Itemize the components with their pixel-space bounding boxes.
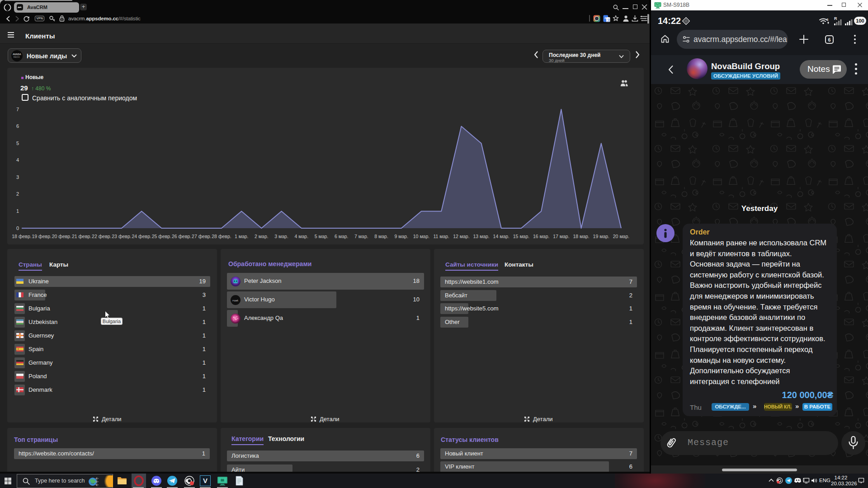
svg-text:20 мар.: 20 мар. <box>613 234 629 239</box>
svg-text:2: 2 <box>16 191 19 197</box>
svg-text:19 мар.: 19 мар. <box>593 234 609 239</box>
svg-text:4: 4 <box>16 157 19 163</box>
svg-text:21 февр.: 21 февр. <box>72 234 91 239</box>
svg-text:17 мар.: 17 мар. <box>553 234 569 239</box>
svg-text:13 мар.: 13 мар. <box>473 234 489 239</box>
svg-text:12 мар.: 12 мар. <box>453 234 469 239</box>
svg-text:20 февр.: 20 февр. <box>52 234 71 239</box>
svg-text:1: 1 <box>16 208 19 214</box>
svg-text:22 февр.: 22 февр. <box>92 234 111 239</box>
svg-text:rcat: rcat <box>232 299 238 302</box>
svg-text:28 февр.: 28 февр. <box>212 234 231 239</box>
svg-text:5 мар.: 5 мар. <box>315 234 329 239</box>
svg-text:3: 3 <box>16 174 19 180</box>
svg-text:16 мар.: 16 мар. <box>533 234 549 239</box>
svg-text:27 февр.: 27 февр. <box>192 234 211 239</box>
svg-text:25 февр.: 25 февр. <box>152 234 171 239</box>
svg-text:18 мар.: 18 мар. <box>573 234 589 239</box>
svg-text:4 мар.: 4 мар. <box>295 234 309 239</box>
svg-text:a: a <box>604 16 606 19</box>
svg-text:MEDIA: MEDIA <box>14 56 20 58</box>
svg-text:6 мар.: 6 мар. <box>335 234 349 239</box>
svg-text:10 мар.: 10 мар. <box>413 234 429 239</box>
svg-text:2 мар.: 2 мар. <box>255 234 269 239</box>
svg-text:1 мар.: 1 мар. <box>235 234 249 239</box>
svg-text:11 мар.: 11 мар. <box>433 234 449 239</box>
svg-text:AVADA: AVADA <box>13 53 21 56</box>
svg-text:0: 0 <box>16 225 19 231</box>
svg-text:14 мар.: 14 мар. <box>493 234 509 239</box>
svg-text:19 февр.: 19 февр. <box>32 234 51 239</box>
svg-text:18 февр.: 18 февр. <box>12 234 31 239</box>
svg-text:3 мар.: 3 мар. <box>274 234 288 239</box>
svg-text:7 мар.: 7 мар. <box>354 234 368 239</box>
svg-text:24 февр.: 24 февр. <box>132 234 151 239</box>
svg-text:7: 7 <box>16 107 19 112</box>
svg-text:15 мар.: 15 мар. <box>513 234 529 239</box>
svg-text:文: 文 <box>607 18 610 22</box>
svg-text:6: 6 <box>826 18 829 22</box>
svg-text:26 февр.: 26 февр. <box>172 234 191 239</box>
svg-text:23 февр.: 23 февр. <box>112 234 131 239</box>
svg-text:6: 6 <box>16 123 19 129</box>
svg-text:9 мар.: 9 мар. <box>395 234 409 239</box>
svg-text:5: 5 <box>16 141 19 146</box>
svg-text:8 мар.: 8 мар. <box>374 234 388 239</box>
